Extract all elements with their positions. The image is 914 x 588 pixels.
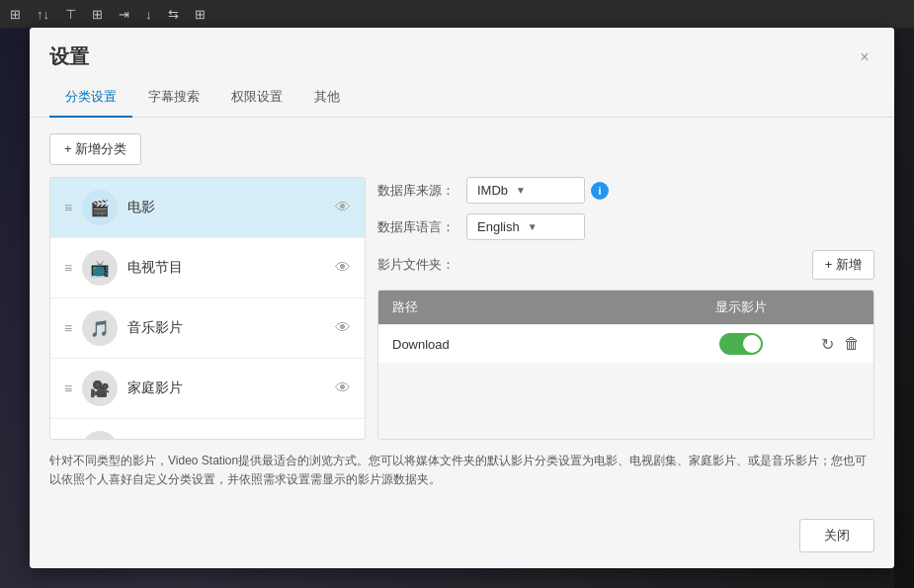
folder-path-value: Download [392,337,692,352]
path-column-header: 路径 [392,298,692,316]
karaoke-icon: 🎤 [82,431,118,440]
db-source-value: IMDb [477,183,508,198]
db-lang-label: 数据库语言： [377,218,457,236]
db-source-row: 数据库来源： IMDb ▼ i [377,177,874,204]
add-folder-button[interactable]: + 新增 [812,250,874,280]
dialog-header: 设置 × [30,28,894,70]
refresh-icon[interactable]: ↻ [821,335,834,354]
folder-table-header: 路径 显示影片 [378,291,873,324]
dialog-title: 设置 [49,43,89,70]
drag-handle-icon: ≡ [64,380,72,396]
visibility-icon-tv[interactable]: 👁 [335,259,351,277]
category-name-tv: 电视节目 [127,259,325,277]
dialog-body: + 新增分类 ≡ 🎬 电影 👁 ≡ 📺 电视节目 👁 ≡ 🎵 [30,118,894,509]
add-category-button[interactable]: + 新增分类 [49,133,141,165]
download-icon[interactable]: ↓ [145,7,152,22]
close-dialog-button[interactable]: 关闭 [799,519,874,552]
dialog-close-icon[interactable]: × [855,47,874,67]
grid-icon[interactable]: ⊞ [10,7,21,22]
db-lang-value: English [477,219,520,234]
show-toggle-container [692,333,790,355]
drag-handle-icon: ≡ [64,260,72,276]
filter-icon[interactable]: ⊤ [65,7,76,22]
visibility-icon-movie[interactable]: 👁 [335,199,351,216]
category-name-movie: 电影 [127,199,325,216]
db-source-select-container: IMDb ▼ i [466,177,609,204]
visibility-icon-music[interactable]: 👁 [335,319,351,337]
db-lang-arrow-icon: ▼ [528,221,538,232]
folder-header-row: 影片文件夹： + 新增 [377,250,874,280]
category-item-tv[interactable]: ≡ 📺 电视节目 👁 [50,238,365,298]
tab-subtitle-search[interactable]: 字幕搜索 [132,78,215,118]
apps-icon[interactable]: ⊞ [195,7,206,22]
db-source-label: 数据库来源： [377,182,457,200]
db-source-arrow-icon: ▼ [516,185,526,196]
category-item-home[interactable]: ≡ 🎥 家庭影片 👁 [50,359,365,419]
drag-handle-icon: ≡ [64,320,72,336]
tab-permission-settings[interactable]: 权限设置 [215,78,298,118]
right-panel: 数据库来源： IMDb ▼ i 数据库语言： English [377,177,874,440]
home-video-icon: 🎥 [82,371,118,406]
show-toggle[interactable] [719,333,763,355]
visibility-icon-home[interactable]: 👁 [335,379,351,397]
category-list: ≡ 🎬 电影 👁 ≡ 📺 电视节目 👁 ≡ 🎵 音乐影片 👁 [49,177,366,440]
actions-column-header [790,298,860,316]
folder-table: 路径 显示影片 Download ↻ 🗑 [377,290,874,440]
music-icon: 🎵 [82,310,118,346]
drag-handle-icon: ≡ [64,200,72,215]
table-row: Download ↻ 🗑 [378,324,873,363]
sort-up-icon[interactable]: ↑↓ [37,7,49,22]
category-item-music[interactable]: ≡ 🎵 音乐影片 👁 [50,298,365,359]
category-name-music: 音乐影片 [127,319,325,337]
skip-icon[interactable]: ⇥ [119,7,129,22]
info-icon[interactable]: i [591,182,609,200]
toggle-knob [743,335,761,353]
tab-other[interactable]: 其他 [298,78,356,118]
movie-icon: 🎬 [82,190,118,225]
tab-category-settings[interactable]: 分类设置 [49,78,132,118]
footer-description: 针对不同类型的影片，Video Station提供最适合的浏览方式。您可以将媒体… [49,452,874,493]
db-source-select[interactable]: IMDb ▼ [466,177,585,204]
settings-dialog: 设置 × 分类设置 字幕搜索 权限设置 其他 + 新增分类 ≡ 🎬 电影 👁 ≡… [30,28,894,568]
category-name-home: 家庭影片 [127,379,325,397]
tv-icon: 📺 [82,250,118,286]
category-item-karaoke[interactable]: ≡ 🎤 Karaoke 👁 [50,419,365,440]
right-side-strip [894,28,914,588]
content-area: ≡ 🎬 电影 👁 ≡ 📺 电视节目 👁 ≡ 🎵 音乐影片 👁 [49,177,874,440]
topbar: ⊞ ↑↓ ⊤ ⊞ ⇥ ↓ ⇆ ⊞ [0,0,914,28]
row-actions: ↻ 🗑 [790,335,860,354]
folder-label: 影片文件夹： [377,256,455,274]
share-icon[interactable]: ⇆ [168,7,179,22]
dialog-footer: 关闭 [30,509,894,568]
db-lang-select-container: English ▼ [466,213,585,240]
category-item-movie[interactable]: ≡ 🎬 电影 👁 [50,178,365,238]
delete-icon[interactable]: 🗑 [844,335,860,353]
tab-bar: 分类设置 字幕搜索 权限设置 其他 [30,78,894,118]
show-column-header: 显示影片 [692,298,790,316]
db-lang-row: 数据库语言： English ▼ [377,213,874,240]
db-lang-select[interactable]: English ▼ [466,213,585,240]
layout-icon[interactable]: ⊞ [92,7,103,22]
